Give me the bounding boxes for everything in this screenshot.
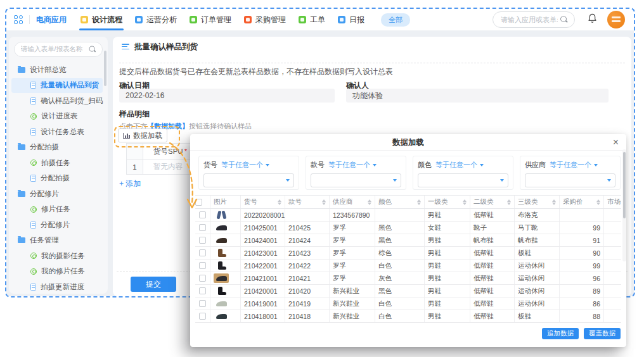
column-header[interactable]: 款号 xyxy=(285,196,330,208)
nav-tab[interactable]: 采购管理 xyxy=(244,9,286,30)
column-header[interactable]: 供应商 xyxy=(330,196,375,208)
all-apps-pill[interactable]: 全部 xyxy=(381,13,410,27)
product-thumbnail[interactable] xyxy=(214,248,229,258)
sidebar-item[interactable]: 批量确认样品到货 xyxy=(11,78,103,94)
table-cell: 男鞋 xyxy=(425,310,470,322)
row-checkbox[interactable] xyxy=(199,275,206,282)
product-thumbnail[interactable] xyxy=(214,311,229,321)
column-header[interactable]: 图片 xyxy=(210,196,241,208)
column-header[interactable]: 一级类 xyxy=(425,196,470,208)
filter-select[interactable] xyxy=(203,173,294,187)
sort-icon[interactable] xyxy=(417,199,421,205)
table-cell: 男鞋 xyxy=(425,260,470,272)
table-cell xyxy=(604,260,621,272)
select-all-checkbox[interactable] xyxy=(195,199,202,206)
sort-icon[interactable] xyxy=(596,199,600,205)
column-header-label: 三级类 xyxy=(518,197,538,206)
product-thumbnail[interactable] xyxy=(214,273,229,283)
sidebar-item[interactable]: 我的摄影任务 xyxy=(9,248,105,264)
product-thumbnail[interactable] xyxy=(214,261,229,270)
filter-select[interactable] xyxy=(311,173,401,187)
row-checkbox[interactable] xyxy=(199,287,206,294)
nav-tab[interactable]: 日报 xyxy=(338,9,364,30)
table-cell: 低帮鞋 xyxy=(470,310,515,322)
sort-icon[interactable] xyxy=(463,199,467,205)
notification-bell-icon[interactable] xyxy=(588,13,597,26)
sort-icon[interactable] xyxy=(278,199,281,205)
global-search-input[interactable]: 请输入应用或表单名称 xyxy=(493,11,575,28)
sidebar-item[interactable]: 分配拍摄 xyxy=(9,171,105,187)
column-header[interactable]: 采购价 xyxy=(560,196,604,208)
sort-icon[interactable] xyxy=(507,199,511,205)
sidebar-item[interactable]: 分配拍摄 xyxy=(9,140,105,156)
sidebar-item[interactable]: 拍摄更新进度 xyxy=(9,279,105,294)
row-checkbox[interactable] xyxy=(199,211,206,218)
data-load-button[interactable]: 数据加载 xyxy=(118,128,167,142)
sidebar-item[interactable]: 分配修片 xyxy=(9,186,105,202)
product-thumbnail[interactable] xyxy=(214,235,229,245)
sidebar-item[interactable]: 设计任务总表 xyxy=(9,124,105,140)
confirmer-field[interactable]: 功能体验 xyxy=(346,89,609,103)
apps-grid-icon[interactable] xyxy=(14,15,23,24)
table-row: 202202080011234567890男鞋低帮鞋布洛克 xyxy=(195,209,621,222)
sidebar-item[interactable]: 确认样品到货_扫码 xyxy=(9,93,105,109)
filter-operator[interactable]: 等于任意一个 xyxy=(435,160,484,170)
folder-icon xyxy=(18,67,25,73)
row-checkbox[interactable] xyxy=(199,262,206,269)
column-header[interactable]: 货号 xyxy=(241,196,285,208)
column-header[interactable]: 颜色 xyxy=(375,196,425,208)
sidebar-item[interactable]: 修片任务 xyxy=(9,202,105,218)
nav-tab[interactable]: 设计流程 xyxy=(80,9,122,30)
row-checkbox[interactable] xyxy=(199,224,206,231)
sidebar-item-label: 拍摄更新进度 xyxy=(41,282,84,292)
overwrite-data-button[interactable]: 覆盖数据 xyxy=(584,328,621,339)
row-checkbox[interactable] xyxy=(199,313,206,320)
page-title: 批量确认样品到货 xyxy=(134,42,198,53)
confirm-date-field[interactable]: 2022-02-16 xyxy=(119,89,335,103)
column-header[interactable]: 市场价 xyxy=(604,196,621,208)
sort-icon[interactable] xyxy=(322,199,326,205)
sidebar-item[interactable]: 分配修片 xyxy=(9,217,105,233)
filter-select[interactable] xyxy=(418,173,508,187)
sidebar-item[interactable]: 我的修片任务 xyxy=(9,264,105,280)
search-icon xyxy=(560,16,568,23)
sidebar-item[interactable]: 设计部总览 xyxy=(9,62,105,78)
sort-icon[interactable] xyxy=(552,199,556,205)
table-scrollbar[interactable] xyxy=(622,149,626,261)
submit-button[interactable]: 提交 xyxy=(131,277,176,292)
row-checkbox[interactable] xyxy=(199,237,206,244)
filter-operator[interactable]: 等于任意一个 xyxy=(328,160,377,170)
workspace-name[interactable]: 电商应用 xyxy=(36,15,67,25)
table-cell: 210420 xyxy=(285,285,330,297)
column-header[interactable]: 三级类 xyxy=(515,196,560,208)
sidebar-search-input[interactable]: 请输入表单/报表名称 xyxy=(14,42,103,57)
nav-tab[interactable]: 订单管理 xyxy=(190,9,231,30)
chevron-down-icon xyxy=(594,164,598,166)
product-thumbnail[interactable] xyxy=(214,210,229,220)
product-thumbnail[interactable] xyxy=(214,223,229,232)
table-cell: 男鞋 xyxy=(425,272,470,284)
target-icon xyxy=(30,268,37,275)
sidebar-scrollbar[interactable] xyxy=(104,51,106,86)
filter-operator[interactable]: 等于任意一个 xyxy=(221,160,269,170)
sidebar-item[interactable]: 设计进度表 xyxy=(9,109,105,125)
product-thumbnail[interactable] xyxy=(214,286,229,296)
sort-icon[interactable] xyxy=(368,199,371,205)
sidebar-item[interactable]: 拍摄任务 xyxy=(9,155,105,171)
add-row-link[interactable]: + 添加 xyxy=(119,178,141,189)
row-checkbox[interactable] xyxy=(199,300,206,307)
sidebar-item[interactable]: 任务管理 xyxy=(9,233,105,249)
user-avatar[interactable] xyxy=(607,11,625,28)
append-data-button[interactable]: 追加数据 xyxy=(542,328,579,339)
nav-tab[interactable]: 工单 xyxy=(299,9,325,30)
nav-tab[interactable]: 运营分析 xyxy=(135,9,177,30)
filter-select[interactable] xyxy=(525,173,615,187)
chevron-down-icon xyxy=(286,179,290,182)
column-header[interactable]: 二级类 xyxy=(470,196,515,208)
table-cell: 91 xyxy=(560,234,604,246)
product-image-boot xyxy=(217,261,226,270)
close-icon[interactable]: × xyxy=(613,136,619,149)
product-thumbnail[interactable] xyxy=(214,299,229,308)
filter-operator[interactable]: 等于任意一个 xyxy=(550,160,598,170)
row-checkbox[interactable] xyxy=(199,249,206,256)
